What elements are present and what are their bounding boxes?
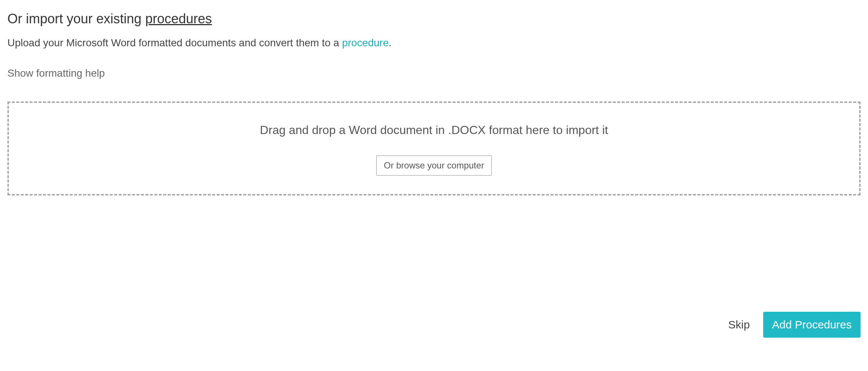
skip-button[interactable]: Skip: [724, 312, 754, 337]
formatting-help-link[interactable]: Show formatting help: [7, 67, 105, 79]
heading-underlined: procedures: [145, 11, 212, 26]
import-heading: Or import your existing procedures: [7, 11, 861, 27]
subtext-suffix: .: [389, 37, 392, 49]
browse-computer-button[interactable]: Or browse your computer: [376, 156, 492, 176]
add-procedures-button[interactable]: Add Procedures: [763, 312, 861, 338]
procedure-link[interactable]: procedure: [342, 37, 389, 49]
heading-prefix: Or import your existing: [7, 11, 145, 26]
dropzone-instruction: Drag and drop a Word document in .DOCX f…: [16, 123, 852, 137]
file-dropzone[interactable]: Drag and drop a Word document in .DOCX f…: [7, 101, 861, 195]
footer-actions: Skip Add Procedures: [724, 312, 861, 338]
import-subtext: Upload your Microsoft Word formatted doc…: [7, 37, 861, 49]
subtext-prefix: Upload your Microsoft Word formatted doc…: [7, 37, 342, 49]
